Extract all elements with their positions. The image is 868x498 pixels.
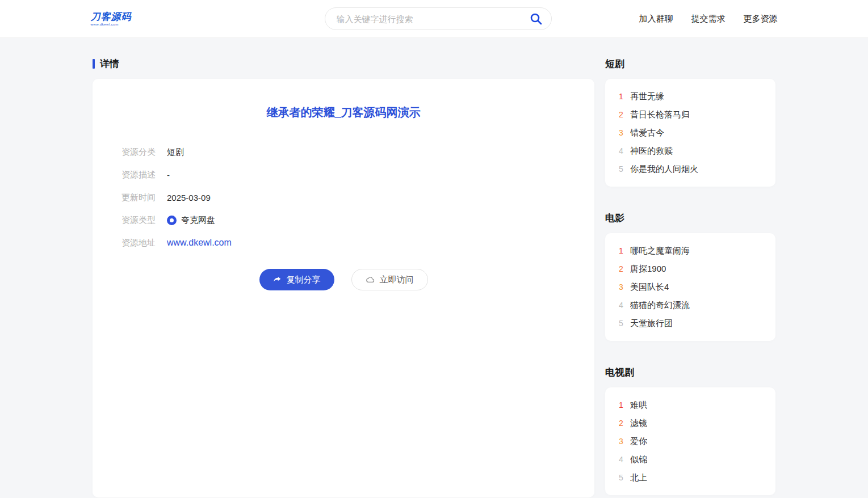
rank-number: 4 [619,301,630,310]
copy-share-button[interactable]: 复制分享 [259,269,334,290]
list-item-title: 哪吒之魔童闹海 [630,246,690,256]
rank-number: 4 [619,146,630,155]
sidebar-section-short-drama: 短剧 1 再世无缘 2 昔日长枪落马归 3 错爱古今 4 神医的救赎 [605,57,775,187]
search-box [325,7,552,30]
list-item-title: 错爱古今 [630,128,664,138]
resource-url-link[interactable]: www.dkewl.com [167,238,232,248]
rank-number: 2 [619,419,630,428]
rank-number: 1 [619,400,630,410]
site-logo[interactable]: 刀客源码 www.dkewl.com [91,12,132,26]
list-item[interactable]: 3 错爱古今 [619,124,762,142]
field-label: 资源分类 [121,147,167,158]
sidebar-section-title: 短剧 [605,57,775,70]
list-item[interactable]: 2 昔日长枪落马归 [619,105,762,124]
field-value-update-time: 2025-03-09 [167,193,211,202]
field-value-resource-type: 夸克网盘 [167,215,215,226]
top-header: 刀客源码 www.dkewl.com 加入群聊 提交需求 更多资源 [0,0,868,38]
copy-share-label: 复制分享 [287,275,321,285]
sidebar-section-title: 电视剧 [605,366,775,379]
nav-item-submit-request[interactable]: 提交需求 [691,14,726,24]
rank-number: 2 [619,110,630,119]
list-item-title: 唐探1900 [630,264,666,275]
visit-now-label: 立即访问 [380,275,414,285]
rank-number: 5 [619,164,630,174]
resource-title: 继承者的荣耀_刀客源码网演示 [93,105,594,120]
field-row-resource-url: 资源地址 www.dkewl.com [121,231,594,254]
right-sidebar: 短剧 1 再世无缘 2 昔日长枪落马归 3 错爱古今 4 神医的救赎 [605,57,775,498]
list-item[interactable]: 3 爱你 [619,432,762,450]
ranking-card: 1 哪吒之魔童闹海 2 唐探1900 3 美国队长4 4 猫猫的奇幻漂流 5 [605,233,775,341]
share-icon [273,275,282,284]
visit-now-button[interactable]: 立即访问 [351,269,428,290]
field-list: 资源分类 短剧 资源描述 - 更新时间 2025-03-09 资源类型 夸克网盘 [93,141,594,254]
list-item-title: 昔日长枪落马归 [630,109,690,120]
list-item-title: 猫猫的奇幻漂流 [630,300,690,311]
field-label: 资源描述 [121,170,167,180]
list-item-title: 再世无缘 [630,91,664,102]
rank-number: 5 [619,473,630,482]
list-item[interactable]: 4 神医的救赎 [619,142,762,160]
detail-section-head: 详情 [93,57,594,70]
field-label: 更新时间 [121,192,167,203]
site-logo-text: 刀客源码 [91,12,132,22]
nav-item-more-resources[interactable]: 更多资源 [744,14,778,24]
list-item-title: 北上 [630,472,647,483]
list-item-title: 你是我的人间烟火 [630,164,698,175]
list-item-title: 似锦 [630,454,647,465]
ranking-card: 1 再世无缘 2 昔日长枪落马归 3 错爱古今 4 神医的救赎 5 你是我的 [605,79,775,187]
search-input[interactable] [325,7,552,30]
list-item[interactable]: 2 唐探1900 [619,260,762,278]
rank-number: 2 [619,264,630,273]
rank-number: 1 [619,246,630,255]
list-item-title: 难哄 [630,400,647,411]
list-item[interactable]: 3 美国队长4 [619,278,762,296]
action-buttons: 复制分享 立即访问 [93,269,594,290]
search-icon[interactable] [529,12,543,26]
field-row-resource-type: 资源类型 夸克网盘 [121,209,594,231]
field-label: 资源地址 [121,238,167,248]
field-row-update-time: 更新时间 2025-03-09 [121,186,594,209]
rank-number: 4 [619,455,630,464]
list-item[interactable]: 5 天堂旅行团 [619,314,762,332]
nav-item-join-group[interactable]: 加入群聊 [639,14,673,24]
sidebar-section-title: 电影 [605,212,775,225]
list-item[interactable]: 2 滤镜 [619,414,762,432]
rank-number: 5 [619,319,630,328]
rank-number: 1 [619,92,630,101]
list-item-title: 神医的救赎 [630,146,673,157]
list-item[interactable]: 4 猫猫的奇幻漂流 [619,296,762,314]
field-row-category: 资源分类 短剧 [121,141,594,163]
resource-type-text: 夸克网盘 [181,215,215,226]
sidebar-section-movies: 电影 1 哪吒之魔童闹海 2 唐探1900 3 美国队长4 4 猫猫的奇幻漂流 [605,212,775,341]
list-item[interactable]: 5 你是我的人间烟火 [619,160,762,178]
cloud-icon [366,275,375,285]
section-accent-bar [93,59,95,69]
field-label: 资源类型 [121,215,167,226]
list-item-title: 天堂旅行团 [630,318,673,329]
list-item-title: 爱你 [630,436,647,447]
detail-section-title: 详情 [100,57,119,70]
field-value-category: 短剧 [167,147,184,158]
detail-card: 继承者的荣耀_刀客源码网演示 资源分类 短剧 资源描述 - 更新时间 2025-… [93,79,594,497]
list-item[interactable]: 4 似锦 [619,450,762,469]
field-value-description: - [167,170,170,180]
field-row-description: 资源描述 - [121,163,594,186]
list-item[interactable]: 1 哪吒之魔童闹海 [619,242,762,260]
quark-netdisk-icon [167,216,177,225]
rank-number: 3 [619,437,630,446]
ranking-card: 1 难哄 2 滤镜 3 爱你 4 似锦 5 北上 [605,387,775,495]
list-item-title: 美国队长4 [630,282,669,293]
rank-number: 3 [619,282,630,292]
list-item[interactable]: 5 北上 [619,469,762,487]
list-item[interactable]: 1 再世无缘 [619,87,762,105]
header-nav: 加入群聊 提交需求 更多资源 [639,14,778,24]
sidebar-section-tv-series: 电视剧 1 难哄 2 滤镜 3 爱你 4 似锦 [605,366,775,495]
site-logo-subtext: www.dkewl.com [91,23,132,26]
list-item[interactable]: 1 难哄 [619,396,762,414]
list-item-title: 滤镜 [630,418,647,429]
rank-number: 3 [619,128,630,137]
